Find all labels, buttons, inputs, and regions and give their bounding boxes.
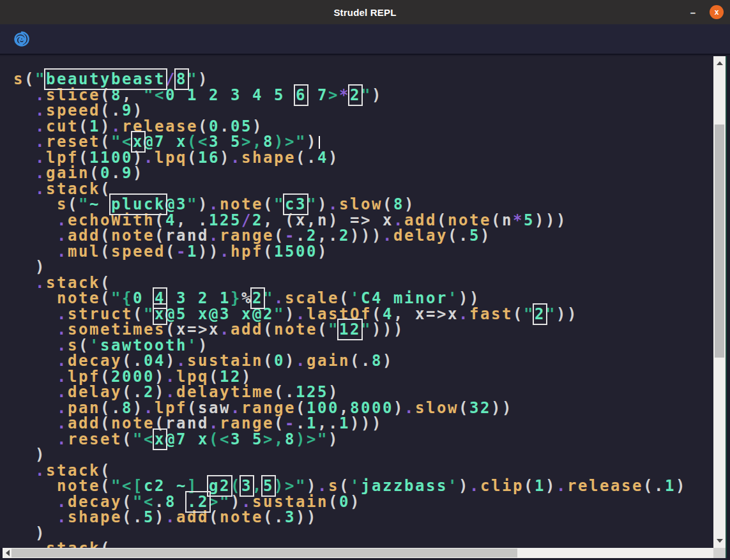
- code-line[interactable]: .s('sawtooth'): [13, 338, 687, 354]
- code-line[interactable]: s("beautybeast/8"): [13, 72, 687, 87]
- vertical-scrollbar[interactable]: [713, 56, 726, 548]
- code-line[interactable]: .shape(.5).add(note(.3)): [13, 510, 687, 526]
- code-line[interactable]: .lpf(1100).lpq(16).shape(.4): [13, 150, 687, 166]
- code-line[interactable]: .delay(.2).delaytime(.125): [13, 384, 687, 400]
- scroll-up-arrow-icon[interactable]: [717, 61, 723, 65]
- code-token: 0: [274, 352, 285, 370]
- code-token: *: [513, 211, 524, 229]
- code-token: (: [263, 321, 274, 338]
- code-line[interactable]: .stack(: [13, 541, 687, 548]
- code-token: ): [220, 149, 231, 167]
- scroll-left-arrow-icon[interactable]: [6, 550, 10, 556]
- code-token: ": [328, 321, 339, 338]
- code-line[interactable]: .stack(: [13, 181, 687, 197]
- code-line[interactable]: ): [13, 526, 687, 541]
- code-token: ": [361, 86, 372, 104]
- code-token: .: [133, 508, 144, 526]
- code-token: ): [133, 164, 144, 182]
- code-line[interactable]: .pan(.8).lpf(saw.range(100,8000).slow(32…: [13, 400, 687, 416]
- code-line[interactable]: .cut(1).release(0.05): [13, 119, 687, 135]
- minimize-button[interactable]: –: [684, 0, 702, 24]
- code-line[interactable]: .reset("<x@7 x(<3 5>,8)>"): [13, 134, 687, 150]
- code-token: release: [567, 477, 643, 495]
- code-token: .: [220, 321, 231, 338]
- close-icon: x: [715, 8, 719, 16]
- window-title: Strudel REPL: [333, 7, 396, 18]
- code-token: 5: [524, 211, 535, 229]
- scroll-down-arrow-icon[interactable]: [717, 539, 723, 543]
- window-titlebar[interactable]: Strudel REPL – x: [0, 0, 730, 24]
- code-line[interactable]: .gain(0.9): [13, 165, 687, 181]
- code-token: ": [317, 430, 328, 448]
- code-token: -: [176, 243, 187, 261]
- code-line[interactable]: .stack(: [13, 275, 687, 291]
- code-token: gain: [307, 352, 350, 370]
- code-line[interactable]: ): [13, 259, 687, 275]
- scrollbar-corner: [713, 548, 726, 558]
- code-token: ": [524, 305, 535, 323]
- code-line[interactable]: .echoWith(4, .125/2, (x,n) => x.add(note…: [13, 213, 687, 229]
- code-line[interactable]: .stack(: [13, 463, 687, 479]
- code-line[interactable]: ): [13, 447, 687, 463]
- code-token: .: [165, 508, 176, 526]
- code-token: (: [209, 508, 220, 526]
- code-area[interactable]: s("beautybeast/8") .slice(8, "<0 1 2 3 4…: [13, 72, 687, 548]
- code-line[interactable]: note("<[c2 ~] g2(3,5)>").s('jazzbass').c…: [13, 478, 687, 494]
- code-token: ))): [372, 321, 404, 338]
- code-token: )): [198, 243, 220, 261]
- code-token: .: [469, 477, 480, 495]
- code-token: stack: [46, 540, 100, 548]
- code-token: 3: [285, 508, 296, 526]
- active-event-token: 2: [350, 86, 361, 104]
- code-token: note: [220, 508, 263, 526]
- code-token: (: [263, 352, 274, 370]
- code-token: .: [231, 149, 241, 167]
- code-line[interactable]: .speed(.9): [13, 103, 687, 119]
- horizontal-scrollbar-thumb[interactable]: [11, 549, 517, 557]
- code-token: (: [187, 149, 198, 167]
- code-line[interactable]: .sometimes(x=>x.add(note("12"))): [13, 322, 687, 338]
- strudel-logo-icon[interactable]: [13, 30, 31, 48]
- code-token: ): [393, 399, 404, 417]
- vertical-scrollbar-thumb[interactable]: [715, 125, 724, 358]
- code-token: (: [263, 243, 274, 261]
- code-token: clip: [480, 477, 524, 495]
- code-token: .: [459, 305, 469, 323]
- code-token: delay: [393, 227, 448, 245]
- code-token: .: [220, 243, 231, 261]
- code-token: .: [144, 149, 155, 167]
- code-line[interactable]: .mul(speed(-1)).hpf(1500): [13, 244, 687, 260]
- code-token: ): [459, 477, 469, 495]
- minimize-icon: –: [690, 7, 696, 18]
- code-token: )>: [296, 430, 317, 448]
- code-editor[interactable]: s("beautybeast/8") .slice(8, "<0 1 2 3 4…: [0, 56, 713, 548]
- code-line[interactable]: .decay("<.8 .2>").sustain(0): [13, 494, 687, 510]
- code-token: (: [296, 149, 307, 167]
- code-token: .: [307, 149, 317, 167]
- code-line[interactable]: note("{0 4 3 2 1}%2".scale('C4 minor')): [13, 291, 687, 306]
- code-line[interactable]: s("~ pluck@3").note("c3").slow(8): [13, 197, 687, 213]
- code-line[interactable]: .add(note(rand.range(-.2,.2))).delay(.5): [13, 228, 687, 244]
- code-line[interactable]: .reset("<x@7 x(<3 5>,8)>"): [13, 432, 687, 448]
- close-button[interactable]: x: [710, 5, 724, 19]
- code-line[interactable]: .lpf(2000).lpq(12): [13, 369, 687, 385]
- code-token: ': [448, 477, 459, 495]
- code-line[interactable]: .slice(8, "<0 1 2 3 4 5 6 7>*2"): [13, 87, 687, 103]
- horizontal-scrollbar[interactable]: [3, 548, 726, 558]
- code-token: ): [383, 352, 393, 370]
- code-line[interactable]: .decay(.04).sustain(0).gain(.8): [13, 353, 687, 369]
- code-line[interactable]: .struct("x@5 x@3 x@2").lastOf(4, x=>x.fa…: [13, 306, 687, 322]
- code-token: ): [317, 243, 328, 261]
- code-token: .: [57, 243, 68, 261]
- code-token: >,: [263, 430, 285, 448]
- active-event-token: x: [155, 430, 165, 448]
- code-token: 1: [535, 477, 545, 495]
- code-token: ": [361, 321, 372, 338]
- active-event-token: 4: [155, 289, 165, 307]
- code-token: .: [654, 477, 665, 495]
- code-line[interactable]: .add(note(rand.range(-.1,.1))): [13, 416, 687, 432]
- code-token: 1500: [274, 243, 317, 261]
- code-token: (: [122, 430, 133, 448]
- code-token: 8: [285, 430, 296, 448]
- code-token: ): [676, 477, 687, 495]
